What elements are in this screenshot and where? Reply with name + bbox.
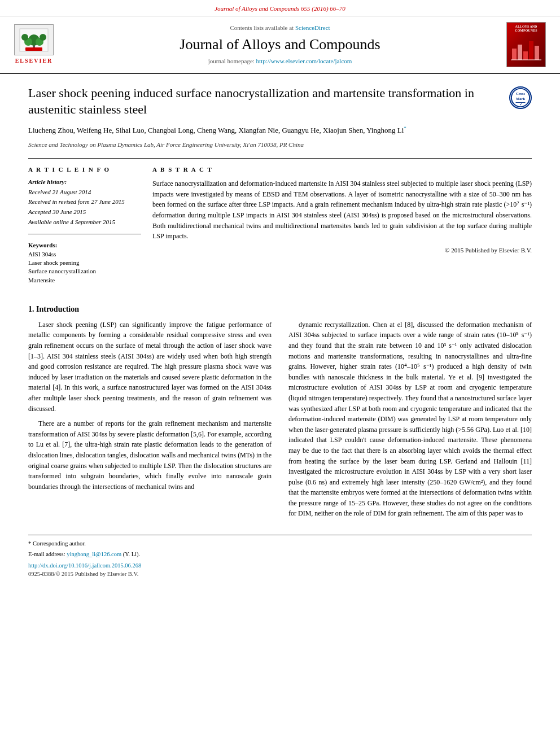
introduction-col-right: dynamic recrystallization. Chen at el [8… xyxy=(288,320,532,523)
doi-link[interactable]: http://dx.doi.org/10.1016/j.jallcom.2015… xyxy=(28,562,141,569)
svg-rect-11 xyxy=(523,51,528,60)
body-content: 1. Introduction Laser shock peening (LSP… xyxy=(0,304,560,590)
header-divider xyxy=(28,158,532,159)
article-history-block: Article history: Received 21 August 2014… xyxy=(28,177,141,227)
article-info-heading: A R T I C L E I N F O xyxy=(28,165,141,174)
accepted-date: Accepted 30 June 2015 xyxy=(28,207,141,217)
journal-header-center: Contents lists available at ScienceDirec… xyxy=(62,24,498,66)
abstract-heading: A B S T R A C T xyxy=(152,165,532,174)
crossmark-badge: Cross Mark ✓ xyxy=(509,86,532,109)
journal-cover: ALLOYS AND COMPOUNDS xyxy=(504,22,549,67)
keywords-block: Keywords: AISI 304ss Laser shock peening… xyxy=(28,241,141,285)
svg-text:Mark: Mark xyxy=(516,97,526,101)
introduction-col-left: Laser shock peening (LSP) can significan… xyxy=(28,320,272,523)
keyword-3: Surface nanocrystallization xyxy=(28,267,141,276)
authors-line: Liucheng Zhou, Weifeng He, Sihai Luo, Ch… xyxy=(28,124,532,137)
received-date: Received 21 August 2014 xyxy=(28,187,141,198)
article-info-abstract-row: A R T I C L E I N F O Article history: R… xyxy=(28,165,532,285)
keyword-4: Martensite xyxy=(28,276,141,285)
elsevier-logo-image xyxy=(14,24,54,55)
intro-p2: There are a number of reports for the gr… xyxy=(28,418,272,492)
journal-title-heading: Journal of Alloys and Compounds xyxy=(62,34,498,55)
footnote-section: * Corresponding author. E-mail address: … xyxy=(28,535,532,579)
abstract-column: A B S T R A C T Surface nanocrystallizat… xyxy=(152,165,532,285)
affiliation-line: Science and Technology on Plasma Dynamic… xyxy=(28,141,532,149)
keyword-2: Laser shock peening xyxy=(28,259,141,267)
intro-p-right1: dynamic recrystallization. Chen at el [8… xyxy=(288,320,532,519)
sciencedirect-link[interactable]: ScienceDirect xyxy=(295,24,330,31)
crossmark-icon: Cross Mark ✓ xyxy=(509,86,532,109)
homepage-url-link[interactable]: http://www.elsevier.com/locate/jalcom xyxy=(256,58,352,64)
keywords-label: Keywords: xyxy=(28,241,141,250)
elsevier-logo-block: ELSEVIER xyxy=(11,24,56,65)
journal-reference: Journal of Alloys and Compounds 655 (201… xyxy=(215,5,345,12)
history-label: Article history: xyxy=(28,177,141,187)
email-line: E-mail address: yinghong_li@126.com (Y. … xyxy=(28,551,532,559)
introduction-title: Introduction xyxy=(36,305,79,313)
svg-rect-13 xyxy=(535,46,539,60)
corresponding-author-marker[interactable]: * xyxy=(404,125,406,131)
issn-line: 0925-8388/© 2015 Published by Elsevier B… xyxy=(28,570,532,579)
introduction-columns: Laser shock peening (LSP) can significan… xyxy=(28,320,532,523)
available-online-date: Available online 4 September 2015 xyxy=(28,217,141,228)
svg-rect-7 xyxy=(25,47,42,51)
intro-p1: Laser shock peening (LSP) can significan… xyxy=(28,320,272,414)
cover-title-text: ALLOYS AND COMPOUNDS xyxy=(509,25,543,33)
info-divider xyxy=(28,234,141,234)
article-title: Laser shock peening induced surface nano… xyxy=(28,85,532,117)
copyright-line: © 2015 Published by Elsevier B.V. xyxy=(152,246,532,255)
top-bar: Journal of Alloys and Compounds 655 (201… xyxy=(0,0,560,16)
svg-rect-10 xyxy=(518,45,522,60)
homepage-line: journal homepage: http://www.elsevier.co… xyxy=(62,57,498,65)
svg-rect-12 xyxy=(529,41,533,60)
svg-text:Cross: Cross xyxy=(516,91,525,95)
contents-available-line: Contents lists available at ScienceDirec… xyxy=(62,24,498,32)
doi-line: http://dx.doi.org/10.1016/j.jallcom.2015… xyxy=(28,562,532,570)
revised-date: Received in revised form 27 June 2015 xyxy=(28,197,141,207)
svg-rect-9 xyxy=(512,49,517,60)
introduction-heading: 1. Introduction xyxy=(28,304,532,315)
svg-point-6 xyxy=(40,34,46,41)
svg-point-5 xyxy=(21,34,28,41)
author-email-link[interactable]: yinghong_li@126.com xyxy=(67,551,121,557)
abstract-text: Surface nanocrystallization and deformat… xyxy=(152,178,532,242)
corresponding-author-note: * Corresponding author. xyxy=(28,540,532,548)
svg-text:✓: ✓ xyxy=(519,103,522,106)
keyword-1: AISI 304ss xyxy=(28,250,141,259)
article-info-column: A R T I C L E I N F O Article history: R… xyxy=(28,165,141,285)
article-header-section: Cross Mark ✓ Laser shock peening induced… xyxy=(0,74,560,296)
elsevier-brand-text: ELSEVIER xyxy=(15,57,53,65)
journal-cover-image: ALLOYS AND COMPOUNDS xyxy=(506,22,546,67)
journal-header: ELSEVIER Contents lists available at Sci… xyxy=(0,16,560,74)
